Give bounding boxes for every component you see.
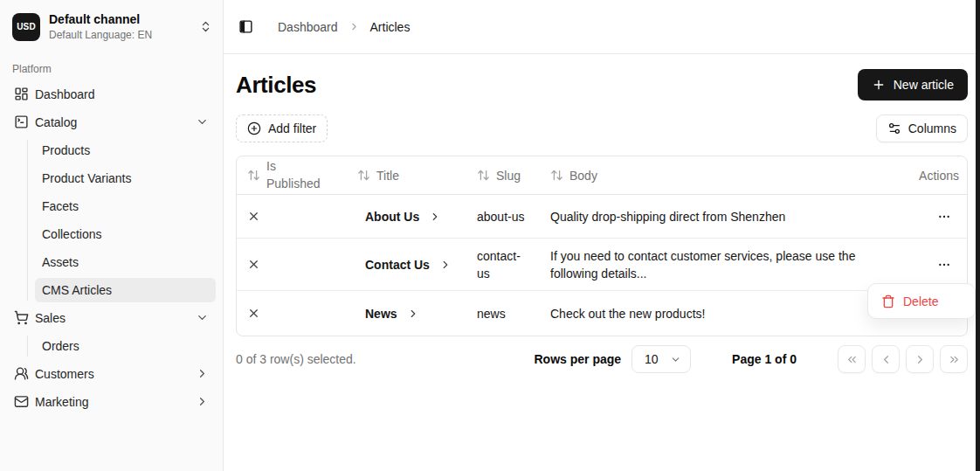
new-article-button[interactable]: New article bbox=[858, 69, 968, 100]
main-area: Dashboard Articles Articles New article bbox=[224, 0, 980, 471]
sidebar-item-dashboard[interactable]: Dashboard bbox=[7, 82, 216, 107]
sort-arrows-icon bbox=[247, 169, 260, 182]
sidebar-item-label: Catalog bbox=[35, 115, 77, 129]
circle-plus-icon bbox=[247, 121, 261, 135]
sort-arrows-icon bbox=[550, 169, 563, 182]
row-actions-button[interactable] bbox=[934, 254, 955, 275]
column-header-label: Slug bbox=[496, 169, 521, 183]
published-cell bbox=[237, 291, 350, 336]
sidebar-item-sales[interactable]: Sales bbox=[7, 306, 216, 330]
columns-button[interactable]: Columns bbox=[876, 114, 968, 142]
article-title: News bbox=[365, 305, 397, 322]
previous-page-button[interactable] bbox=[872, 345, 900, 373]
terminal-square-icon bbox=[14, 114, 29, 129]
sidebar-item-customers[interactable]: Customers bbox=[7, 362, 216, 386]
actions-cell bbox=[877, 195, 967, 238]
sidebar-item-catalog[interactable]: Catalog bbox=[7, 110, 216, 135]
users-icon bbox=[14, 366, 29, 381]
article-title: About Us bbox=[365, 208, 419, 225]
first-page-button[interactable] bbox=[838, 345, 866, 373]
channel-switcher[interactable]: USD Default channel Default Language: EN bbox=[0, 0, 223, 42]
add-filter-button-label: Add filter bbox=[268, 121, 316, 135]
scrollbar[interactable] bbox=[976, 0, 980, 471]
column-header-is-published[interactable]: Is Published bbox=[237, 156, 350, 194]
sidebar-item-assets[interactable]: Assets bbox=[35, 250, 216, 274]
chevron-down-icon bbox=[196, 115, 209, 128]
row-actions-button[interactable] bbox=[934, 206, 955, 227]
platform-section-label: Platform bbox=[0, 42, 223, 82]
sidebar-toggle-button[interactable] bbox=[238, 19, 253, 34]
chevron-right-icon bbox=[196, 367, 209, 380]
table-row: News news Check out the new products! bbox=[237, 291, 967, 336]
sidebar-item-orders[interactable]: Orders bbox=[35, 334, 216, 358]
new-article-button-label: New article bbox=[894, 78, 954, 92]
article-title: Contact Us bbox=[365, 256, 430, 274]
channel-badge: USD bbox=[12, 13, 40, 41]
last-page-button[interactable] bbox=[940, 345, 968, 373]
sidebar-item-facets[interactable]: Facets bbox=[35, 194, 216, 218]
column-header-label: Title bbox=[376, 169, 399, 183]
breadcrumb-dashboard[interactable]: Dashboard bbox=[278, 20, 338, 34]
column-header-slug[interactable]: Slug bbox=[470, 156, 543, 194]
article-title-link[interactable]: About Us bbox=[350, 195, 470, 238]
mail-icon bbox=[14, 394, 29, 409]
rows-per-page-value: 10 bbox=[645, 352, 659, 366]
page-content: Articles New article Add filter bbox=[224, 54, 980, 471]
chevron-right-icon bbox=[349, 21, 360, 32]
article-body: Quality drop-shipping direct from Shenzh… bbox=[543, 195, 877, 238]
sidebar-item-label: Customers bbox=[35, 367, 94, 381]
sidebar-item-cms-articles[interactable]: CMS Articles bbox=[35, 278, 216, 302]
rows-per-page-label: Rows per page bbox=[534, 352, 621, 366]
sidebar-item-products[interactable]: Products bbox=[35, 138, 216, 163]
sort-arrows-icon bbox=[477, 169, 490, 182]
channel-name: Default channel bbox=[49, 12, 190, 28]
settings-sliders-icon bbox=[887, 121, 901, 135]
trash-icon bbox=[881, 294, 895, 308]
sidebar-nav: Dashboard Catalog Products Product Varia… bbox=[0, 82, 223, 414]
table-header-row: Is Published Title Slug bbox=[237, 156, 967, 195]
chevron-right-icon bbox=[439, 259, 452, 271]
column-header-label: Body bbox=[569, 169, 597, 183]
sidebar-item-collections[interactable]: Collections bbox=[35, 222, 216, 246]
chevrons-up-down-icon bbox=[199, 20, 212, 33]
rows-per-page-select[interactable]: 10 bbox=[631, 345, 691, 373]
article-title-link[interactable]: News bbox=[350, 291, 470, 336]
published-cell bbox=[237, 195, 350, 238]
column-header-label: Actions bbox=[919, 169, 959, 183]
table-footer: 0 of 3 row(s) selected. Rows per page 10… bbox=[236, 345, 968, 373]
chevron-down-icon bbox=[670, 354, 681, 365]
sidebar-item-marketing[interactable]: Marketing bbox=[7, 390, 216, 414]
app-window: USD Default channel Default Language: EN… bbox=[0, 0, 980, 471]
sidebar-item-label: Dashboard bbox=[35, 87, 95, 101]
row-context-menu-delete[interactable]: Delete bbox=[867, 283, 976, 319]
columns-button-label: Columns bbox=[908, 121, 956, 135]
article-slug: contact-us bbox=[470, 239, 543, 290]
article-title-link[interactable]: Contact Us bbox=[350, 239, 470, 290]
article-slug: about-us bbox=[470, 195, 543, 238]
page-info: Page 1 of 0 bbox=[732, 352, 797, 366]
chevron-down-icon bbox=[196, 311, 209, 324]
selection-status: 0 of 3 row(s) selected. bbox=[236, 352, 356, 366]
column-header-title[interactable]: Title bbox=[350, 156, 470, 194]
x-icon bbox=[247, 307, 260, 320]
page-title: Articles bbox=[236, 72, 316, 99]
article-body: If you need to contact customer services… bbox=[543, 239, 877, 290]
next-page-button[interactable] bbox=[906, 345, 934, 373]
table-row: Contact Us contact-us If you need to con… bbox=[237, 239, 967, 291]
column-header-label: Is Published bbox=[266, 158, 324, 192]
breadcrumb-articles: Articles bbox=[370, 20, 411, 34]
sidebar-item-label: Sales bbox=[35, 311, 66, 325]
add-filter-button[interactable]: Add filter bbox=[236, 114, 328, 142]
sort-arrows-icon bbox=[357, 169, 370, 182]
sidebar-item-product-variants[interactable]: Product Variants bbox=[35, 166, 216, 190]
column-header-actions: Actions bbox=[877, 156, 967, 194]
topbar: Dashboard Articles bbox=[224, 0, 980, 54]
published-cell bbox=[237, 239, 350, 290]
column-header-body[interactable]: Body bbox=[543, 156, 877, 194]
chevron-right-icon bbox=[196, 395, 209, 408]
channel-info: Default channel Default Language: EN bbox=[49, 12, 190, 42]
articles-table: Is Published Title Slug bbox=[236, 156, 968, 336]
dashboard-icon bbox=[14, 87, 29, 101]
delete-menu-label: Delete bbox=[903, 294, 938, 308]
sales-sublist: Orders bbox=[7, 334, 216, 358]
